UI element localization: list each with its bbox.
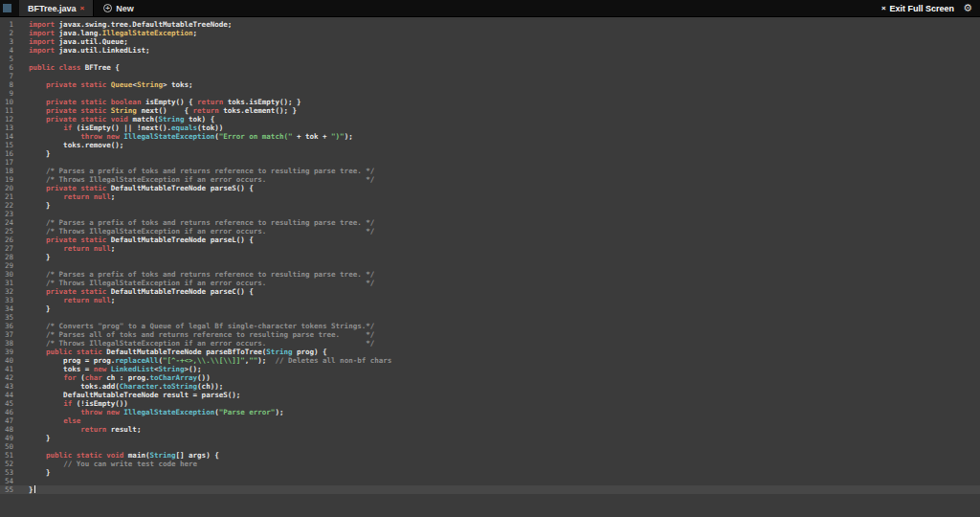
code-line: } — [29, 468, 980, 477]
line-number: 30 — [0, 270, 13, 279]
code-line: private static Queue<String> toks; — [29, 80, 980, 89]
line-number: 35 — [0, 313, 13, 322]
new-tab-button[interactable]: + New — [94, 0, 144, 16]
code-line: /* Parses a prefix of toks and returns r… — [29, 167, 980, 175]
code-editor[interactable]: 1234567891011121314151617181920212223242… — [0, 17, 980, 517]
line-number: 3 — [0, 37, 13, 46]
close-icon: × — [881, 5, 886, 12]
line-number: 5 — [0, 55, 13, 63]
line-number: 42 — [0, 373, 13, 382]
code-line: import java.util.LinkedList; — [29, 46, 980, 55]
text-cursor — [34, 485, 35, 493]
code-line: private static void match(String tok) { — [29, 115, 980, 124]
code-lines[interactable]: import javax.swing.tree.DefaultMutableTr… — [17, 20, 980, 517]
line-number: 39 — [0, 348, 13, 356]
code-line: } — [29, 434, 980, 442]
code-line — [29, 210, 980, 218]
line-number: 18 — [0, 167, 13, 175]
line-number: 15 — [0, 141, 13, 149]
line-number: 55 — [0, 485, 13, 494]
code-line: } — [29, 304, 980, 313]
code-line: // You can write test code here — [29, 460, 980, 468]
code-line: import javax.swing.tree.DefaultMutableTr… — [29, 20, 980, 29]
code-line: public static void main(String[] args) { — [29, 451, 980, 460]
code-line: return null; — [29, 296, 980, 304]
line-number: 53 — [0, 468, 13, 477]
code-line: } — [29, 485, 980, 494]
code-line: private static DefaultMutableTreeNode pa… — [29, 287, 980, 296]
line-number: 45 — [0, 399, 13, 408]
line-number: 41 — [0, 365, 13, 373]
line-number: 37 — [0, 330, 13, 339]
code-line: if (!isEmpty()) — [29, 399, 980, 408]
code-line: /* Parses all of toks and returns refere… — [29, 330, 980, 339]
line-number: 2 — [0, 29, 13, 37]
code-line: /* Throws IllegalStateException if an er… — [29, 175, 980, 184]
code-line: } — [29, 149, 980, 158]
line-number: 40 — [0, 356, 13, 365]
line-number: 11 — [0, 106, 13, 115]
line-number: 31 — [0, 279, 13, 287]
line-number: 43 — [0, 382, 13, 391]
line-number: 21 — [0, 192, 13, 201]
line-number: 1 — [0, 20, 13, 29]
line-number: 47 — [0, 416, 13, 425]
code-line: prog = prog.replaceAll("[^-+<>,\\.\\[\\]… — [29, 356, 980, 365]
code-line — [29, 55, 980, 63]
line-number: 23 — [0, 210, 13, 218]
line-number: 51 — [0, 451, 13, 460]
code-line: DefaultMutableTreeNode result = parseS()… — [29, 391, 980, 399]
exit-full-screen-button[interactable]: × Exit Full Screen — [881, 4, 954, 13]
code-line: /* Throws IllegalStateException if an er… — [29, 227, 980, 236]
line-number: 33 — [0, 296, 13, 304]
line-number: 7 — [0, 72, 13, 80]
plus-icon: + — [103, 4, 112, 12]
line-number: 28 — [0, 253, 13, 261]
line-number: 52 — [0, 460, 13, 468]
line-number: 9 — [0, 89, 13, 98]
line-number: 14 — [0, 132, 13, 141]
code-line: return null; — [29, 192, 980, 201]
code-line — [29, 72, 980, 80]
code-line: import java.lang.IllegalStateException; — [29, 29, 980, 37]
code-line: /* Converts "prog" to a Queue of legal B… — [29, 322, 980, 330]
code-line — [29, 477, 980, 485]
line-number: 32 — [0, 287, 13, 296]
code-line: throw new IllegalStateException("Parse e… — [29, 408, 980, 416]
app-icon — [3, 4, 11, 12]
line-number: 13 — [0, 124, 13, 132]
line-number: 27 — [0, 244, 13, 253]
line-number: 29 — [0, 261, 13, 270]
topbar-right-group: × Exit Full Screen ⚙ — [881, 3, 980, 13]
gear-icon[interactable]: ⚙ — [963, 3, 972, 13]
code-line: toks.remove(); — [29, 141, 980, 149]
line-number: 16 — [0, 149, 13, 158]
code-line: toks = new LinkedList<String>(); — [29, 365, 980, 373]
line-number: 20 — [0, 184, 13, 192]
line-number: 4 — [0, 46, 13, 55]
code-line: } — [29, 253, 980, 261]
code-line: private static DefaultMutableTreeNode pa… — [29, 184, 980, 192]
line-number: 19 — [0, 175, 13, 184]
code-line — [29, 158, 980, 167]
editor-topbar: BFTree.java × + New × Exit Full Screen ⚙ — [0, 0, 980, 17]
tab-bftree-java[interactable]: BFTree.java × — [19, 0, 94, 16]
tab-close-icon[interactable]: × — [80, 5, 85, 12]
code-line: throw new IllegalStateException("Error o… — [29, 132, 980, 141]
code-line — [29, 313, 980, 322]
new-tab-label: New — [116, 4, 134, 13]
line-number: 6 — [0, 63, 13, 72]
line-number: 22 — [0, 201, 13, 210]
code-line — [29, 442, 980, 451]
code-line: /* Parses a prefix of toks and returns r… — [29, 270, 980, 279]
exit-full-screen-label: Exit Full Screen — [890, 4, 955, 13]
line-number: 48 — [0, 425, 13, 434]
line-number: 8 — [0, 80, 13, 89]
code-line: public class BFTree { — [29, 63, 980, 72]
code-line: toks.add(Character.toString(ch)); — [29, 382, 980, 391]
line-number: 38 — [0, 339, 13, 348]
line-number: 34 — [0, 304, 13, 313]
code-line: import java.util.Queue; — [29, 37, 980, 46]
code-line: private static String next() { return to… — [29, 106, 980, 115]
line-number-gutter: 1234567891011121314151617181920212223242… — [0, 20, 17, 517]
